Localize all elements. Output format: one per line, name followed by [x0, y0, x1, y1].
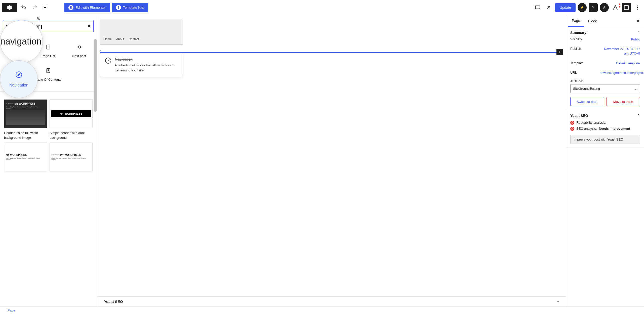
- row-url: URL new.testsgdomain.com/projects/: [570, 68, 640, 78]
- author-select[interactable]: SiteGroundTesting ⌄: [570, 84, 640, 93]
- header-block[interactable]: Home About Contact: [100, 20, 183, 45]
- compass-icon: [105, 58, 111, 64]
- pattern-header-dark[interactable]: MY WORDPRESS Simple header with dark bac…: [50, 99, 93, 140]
- yoast-caret-icon[interactable]: ▾: [557, 300, 559, 303]
- tab-block[interactable]: Block: [584, 16, 601, 27]
- template-kits-icon: $: [116, 5, 121, 10]
- pt-wp-1: MY WORDPRESS: [15, 102, 35, 105]
- blocks-grid: Navigation Page List Next post Previous …: [0, 37, 97, 92]
- block-previous-post-label: Previous post: [8, 77, 27, 82]
- update-button[interactable]: Update: [555, 3, 576, 12]
- template-kits-button[interactable]: $ Template Kits: [112, 3, 148, 12]
- nav-home[interactable]: Home: [104, 37, 112, 41]
- block-page-list[interactable]: Page List: [33, 40, 64, 63]
- pt-outdoor-1: OUTDOOR: [6, 103, 14, 105]
- improve-yoast-button[interactable]: Improve your post with Yoast SEO: [570, 135, 640, 144]
- yoast-traffic-icon[interactable]: [611, 3, 620, 12]
- chevron-up-icon: ⌃: [637, 31, 640, 35]
- breadcrumb-page[interactable]: Page: [8, 308, 15, 312]
- edit-elementor-label: Edit with Elementor: [75, 6, 106, 10]
- readability-label: Readability analysis:: [576, 121, 606, 124]
- next-post-icon: [76, 44, 82, 51]
- chevron-down-icon: ⌄: [634, 87, 637, 91]
- compass-icon: [14, 44, 20, 52]
- nav-links: Home About Contact: [104, 37, 179, 41]
- clear-search-button[interactable]: ✕: [87, 23, 91, 29]
- template-label: Template: [570, 61, 584, 66]
- visibility-value[interactable]: Public: [631, 37, 640, 42]
- search-wrap: ✕: [0, 15, 97, 35]
- inserter-scrollbar[interactable]: [94, 39, 97, 112]
- pattern-3[interactable]: MY WORDPRESS About · Blog Page · Contact…: [4, 143, 47, 174]
- wordpress-logo[interactable]: [2, 3, 17, 12]
- settings-sidebar-toggle[interactable]: [622, 3, 631, 12]
- toolbar-left: E Edit with Elementor $ Template Kits: [2, 3, 148, 12]
- block-toc[interactable]: Table Of Contents: [33, 63, 64, 86]
- pt-wp-4: MY WORDPRESS: [60, 154, 81, 156]
- sidebar-close-button[interactable]: ✕: [634, 18, 642, 24]
- toc-icon: [46, 68, 51, 75]
- move-trash-button[interactable]: Move to trash: [607, 97, 640, 106]
- document-overview-button[interactable]: [41, 3, 50, 12]
- options-menu-button[interactable]: [633, 3, 642, 12]
- block-search-input[interactable]: [6, 22, 87, 31]
- block-breadcrumb: Page: [0, 306, 644, 314]
- block-previous-post[interactable]: Previous post: [2, 63, 33, 86]
- block-next-post-label: Next post: [72, 54, 86, 58]
- view-button[interactable]: [533, 3, 542, 12]
- nav-about[interactable]: About: [116, 37, 124, 41]
- external-link-button[interactable]: [544, 3, 553, 12]
- yoast-metabox-bar[interactable]: Yoast SEO ▾: [97, 296, 566, 306]
- yoast-title: Yoast SEO: [570, 114, 588, 118]
- editor-canvas[interactable]: Home About Contact / + Navigation A coll…: [97, 15, 566, 306]
- svg-point-8: [637, 9, 638, 10]
- row-publish: Publish November 27, 2018 9:17 am UTC+0: [570, 44, 640, 58]
- readability-row[interactable]: ☹ Readability analysis:: [570, 120, 640, 126]
- author-label: AUTHOR: [570, 80, 640, 83]
- pencil-icon: ✎: [36, 16, 41, 22]
- publish-value[interactable]: November 27, 2018 9:17 am UTC+0: [600, 47, 640, 56]
- block-navigation[interactable]: Navigation: [2, 40, 33, 63]
- url-value[interactable]: new.testsgdomain.com/projects/: [600, 71, 640, 75]
- redo-button[interactable]: [30, 3, 39, 12]
- insertion-indicator: +: [100, 52, 563, 53]
- plugin-icon-2[interactable]: ✎: [589, 3, 598, 12]
- row-visibility: Visibility Public: [570, 35, 640, 44]
- undo-button[interactable]: [19, 3, 28, 12]
- pattern-thumb-2: MY WORDPRESS: [50, 99, 93, 128]
- switch-draft-button[interactable]: Switch to draft: [570, 97, 604, 106]
- astra-icon[interactable]: A: [600, 3, 609, 12]
- patterns-section: OUTDOORMY WORDPRESS About · Blog Page · …: [0, 92, 97, 306]
- block-next-post[interactable]: Next post: [64, 40, 95, 63]
- add-block-button[interactable]: +: [556, 49, 563, 55]
- seo-row[interactable]: ☹ SEO analysis: Needs improvement: [570, 126, 640, 132]
- author-value: SiteGroundTesting: [573, 87, 600, 91]
- seo-value: Needs improvement: [599, 127, 630, 130]
- plugin-icon-1[interactable]: ⚡: [578, 3, 587, 12]
- svg-point-6: [637, 5, 638, 6]
- toolbar-right: Update ⚡ ✎ A: [533, 3, 642, 12]
- tab-page[interactable]: Page: [568, 15, 584, 27]
- summary-toggle[interactable]: Summary ⌃: [570, 31, 640, 35]
- block-page-list-label: Page List: [42, 54, 55, 58]
- pattern-header-fullwidth[interactable]: OUTDOORMY WORDPRESS About · Blog Page · …: [4, 99, 47, 140]
- previous-post-icon: [15, 68, 20, 75]
- summary-section: Summary ⌃ Visibility Public Publish Nove…: [566, 27, 644, 110]
- pt-menu-3: About · Blog Page · Contact · Home · Pri…: [6, 157, 45, 160]
- block-suggest-card[interactable]: Navigation A collection of blocks that a…: [100, 53, 183, 77]
- svg-marker-20: [108, 60, 109, 61]
- elementor-icon: E: [68, 5, 73, 10]
- block-inserter-panel: ✎ navigation Navigation ✕ Navigation: [0, 15, 97, 306]
- pattern-4[interactable]: OUTDOORMY WORDPRESS About · Blog Page · …: [50, 143, 93, 174]
- yoast-section: Yoast SEO ⌃ ☹ Readability analysis: ☹ SE…: [566, 110, 644, 148]
- yoast-toggle[interactable]: Yoast SEO ⌃: [570, 114, 640, 118]
- main-area: ✎ navigation Navigation ✕ Navigation: [0, 15, 644, 306]
- template-value[interactable]: Default template: [616, 61, 640, 66]
- sad-face-icon: ☹: [570, 121, 574, 125]
- block-navigation-label: Navigation: [10, 54, 25, 59]
- svg-rect-3: [535, 6, 540, 9]
- nav-contact[interactable]: Contact: [129, 37, 139, 41]
- pattern-2-label: Simple header with dark background: [50, 131, 93, 140]
- edit-elementor-button[interactable]: E Edit with Elementor: [64, 3, 110, 12]
- svg-point-7: [637, 7, 638, 8]
